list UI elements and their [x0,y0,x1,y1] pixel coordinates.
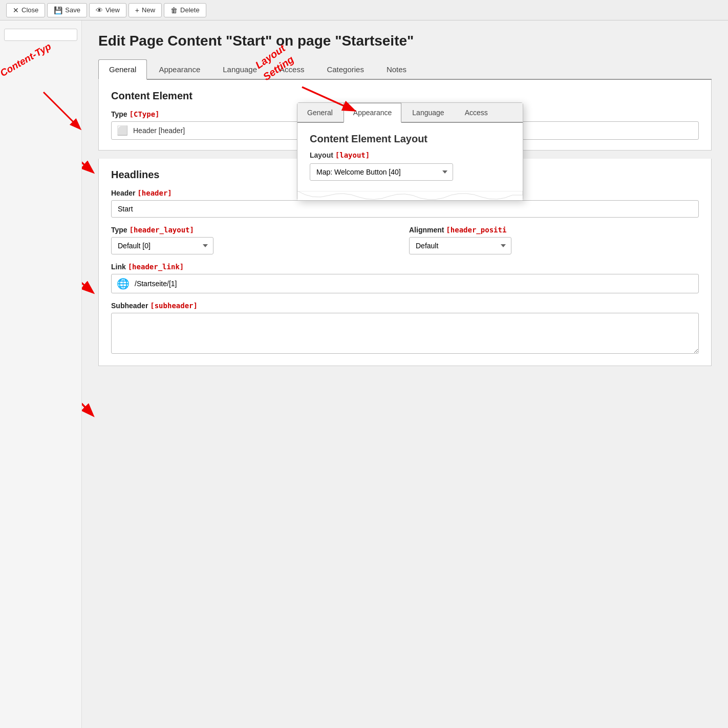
popup-layout-label: Layout [layout] [310,151,510,159]
tab-notes[interactable]: Notes [376,59,417,79]
svg-text:Content-Typ: Content-Typ [0,41,53,79]
popup-tab-general[interactable]: General [297,103,342,122]
header-key: [header] [137,189,172,197]
new-button[interactable]: + New [129,3,162,17]
header-input[interactable] [111,200,699,218]
link-input[interactable] [135,280,693,288]
popup-tab-appearance[interactable]: Appearance [344,103,402,123]
sidebar: Content-Typ [0,20,82,728]
header-icon: ⬜ [117,125,128,136]
toolbar: ✕ Close 💾 Save 👁 View + New 🗑 Delete [0,0,728,20]
save-icon: 💾 [54,6,62,14]
wavy-svg [297,191,523,200]
appearance-popup: General Appearance Language Access Conte… [297,102,523,201]
svg-line-6 [82,138,92,172]
main-tabs: General Appearance Language Access Categ… [98,59,712,80]
save-button[interactable]: 💾 Save [47,3,87,17]
tab-general[interactable]: General [98,59,147,80]
subheader-label: Subheader [subheader] [111,302,699,310]
header-type-label: Type [header_layout] [111,226,401,234]
type-alignment-row: Type [header_layout] Default [0] Alignme… [111,226,699,254]
page-title: Edit Page Content "Start" on page "Start… [98,33,712,49]
popup-section-title: Content Element Layout [310,133,510,145]
close-icon: ✕ [13,6,19,14]
view-icon: 👁 [96,6,103,14]
tab-appearance[interactable]: Appearance [148,59,211,79]
popup-tab-access[interactable]: Access [455,103,498,122]
view-button[interactable]: 👁 View [89,3,126,17]
popup-wavy-bottom [297,191,523,200]
subheader-input[interactable] [111,313,699,354]
link-label: Link [header_link] [111,263,699,271]
main-layout: Content-Typ Edit Page Content "Start" on… [0,20,728,728]
popup-tabs: General Appearance Language Access [297,103,523,123]
type-key: [CType] [130,110,160,118]
popup-tab-language[interactable]: Language [402,103,454,122]
header-alignment-col: Alignment [header_positi Default [409,226,699,254]
tab-categories[interactable]: Categories [316,59,375,79]
svg-line-10 [82,385,92,415]
alignment-label: Alignment [header_positi [409,226,699,234]
header-type-col: Type [header_layout] Default [0] [111,226,401,254]
content-area: Edit Page Content "Start" on page "Start… [82,20,728,728]
content-element-title: Content Element [111,90,699,102]
tab-access[interactable]: Access [269,59,315,79]
globe-icon: 🌐 [117,277,130,290]
new-icon: + [135,6,139,14]
type-value: Header [header] [133,126,185,135]
link-row: 🌐 [111,274,699,293]
popup-body: Content Element Layout Layout [layout] M… [297,123,523,191]
close-button[interactable]: ✕ Close [6,3,45,17]
delete-icon: 🗑 [170,6,178,14]
tab-language[interactable]: Language [212,59,268,79]
header-type-select[interactable]: Default [0] [111,237,213,254]
sidebar-search-input[interactable] [4,29,77,41]
alignment-select[interactable]: Default [409,237,511,254]
delete-button[interactable]: 🗑 Delete [164,3,206,17]
svg-line-1 [44,92,79,128]
popup-layout-select[interactable]: Map: Welcome Button [40] [310,163,453,181]
svg-line-8 [82,264,92,292]
